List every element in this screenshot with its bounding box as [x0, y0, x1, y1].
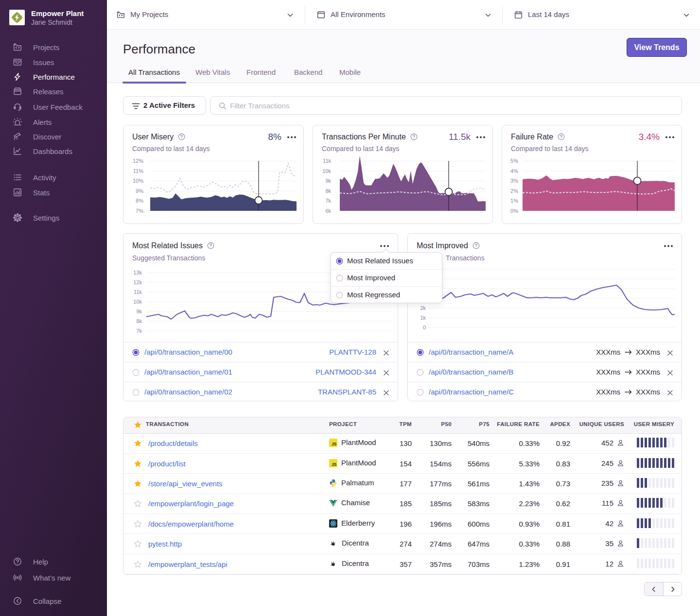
- svg-text:JS: JS: [332, 462, 337, 467]
- svg-text:JS: JS: [332, 442, 337, 446]
